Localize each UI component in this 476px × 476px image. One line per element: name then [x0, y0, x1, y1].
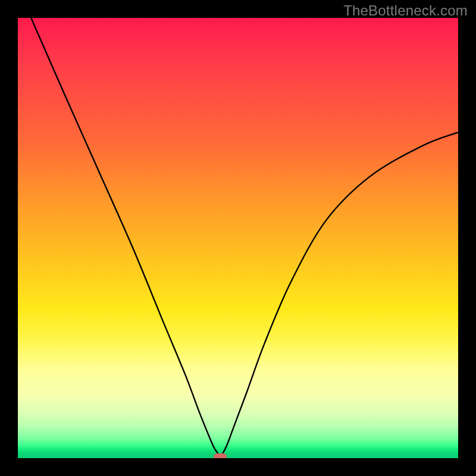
curve-path [31, 18, 458, 457]
watermark-text: TheBottleneck.com [343, 2, 468, 19]
bottleneck-curve [18, 18, 458, 458]
optimum-marker [214, 453, 227, 458]
chart-frame: TheBottleneck.com [0, 0, 476, 476]
plot-area [18, 18, 458, 458]
